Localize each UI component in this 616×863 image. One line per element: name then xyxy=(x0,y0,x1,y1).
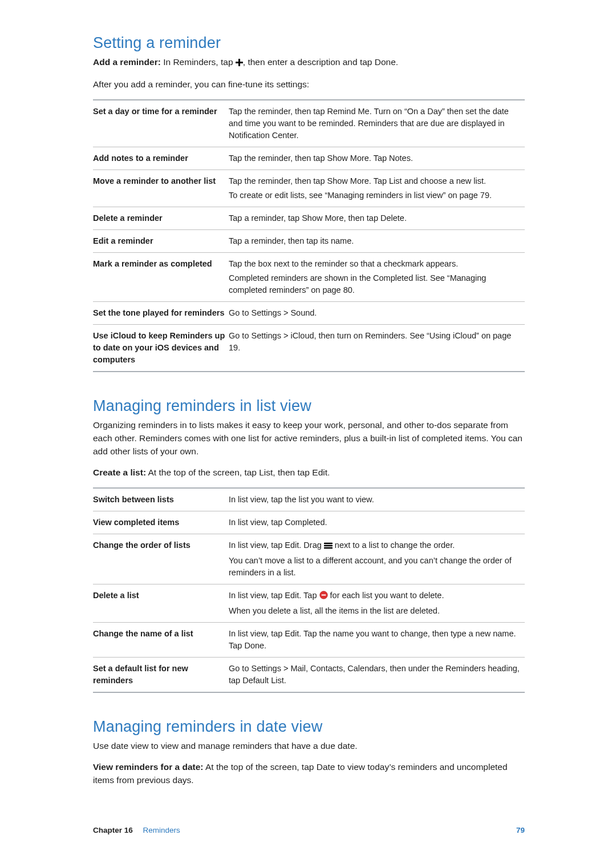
add-reminder-intro: Add a reminder: In Reminders, tap , then… xyxy=(93,55,525,70)
section-setting-reminder: Setting a reminder Add a reminder: In Re… xyxy=(93,34,525,372)
table-row: Delete a reminderTap a reminder, tap Sho… xyxy=(93,207,525,229)
row-label: Edit a reminder xyxy=(93,229,229,252)
row-desc-para: Tap the reminder, then tap Show More. Ta… xyxy=(229,152,521,164)
row-desc: Tap the reminder, then tap Remind Me. Tu… xyxy=(229,100,525,147)
view-for-date-line: View reminders for a date: At the top of… xyxy=(93,760,525,787)
row-desc-para: When you delete a list, all the items in… xyxy=(229,605,521,617)
row-desc-para: Tap the reminder, then tap Remind Me. Tu… xyxy=(229,106,521,142)
row-desc-para: Tap the box next to the reminder so that… xyxy=(229,258,521,270)
row-label: Set the tone played for reminders xyxy=(93,301,229,324)
create-list-line: Create a list: At the top of the screen,… xyxy=(93,466,525,479)
list-view-intro: Organizing reminders in to lists makes i… xyxy=(93,418,525,458)
date-view-intro: Use date view to view and manage reminde… xyxy=(93,739,525,752)
row-desc-para: In list view, tap Completed. xyxy=(229,517,521,529)
row-desc-para: To create or edit lists, see “Managing r… xyxy=(229,189,521,201)
row-desc: In list view, tap Edit. Drag next to a l… xyxy=(229,534,525,584)
page-number: 79 xyxy=(516,826,525,834)
delete-minus-icon xyxy=(319,591,328,603)
row-desc-para: Completed reminders are shown in the Com… xyxy=(229,272,521,296)
view-for-date-bold: View reminders for a date: xyxy=(93,762,204,772)
row-desc-para: In list view, tap Edit. Tap the name you… xyxy=(229,628,521,652)
table-row: Change the name of a listIn list view, t… xyxy=(93,622,525,657)
row-desc: Tap the box next to the reminder so that… xyxy=(229,252,525,301)
row-desc-para: Tap a reminder, tap Show More, then tap … xyxy=(229,212,521,224)
row-desc: Tap a reminder, tap Show More, then tap … xyxy=(229,207,525,229)
table-row: Use iCloud to keep Reminders up to date … xyxy=(93,324,525,372)
table-row: Edit a reminderTap a reminder, then tap … xyxy=(93,229,525,252)
row-label: Delete a reminder xyxy=(93,207,229,229)
row-desc-para: Go to Settings > Sound. xyxy=(229,307,521,319)
drag-handle-icon xyxy=(324,541,333,553)
row-desc-para: In list view, tap Edit. Tap for each lis… xyxy=(229,590,521,603)
row-desc-para: In list view, tap the list you want to v… xyxy=(229,494,521,506)
settings-table-2: Switch between listsIn list view, tap th… xyxy=(93,487,525,693)
row-desc-para: Tap the reminder, then tap Show More. Ta… xyxy=(229,175,521,187)
footer-left: Chapter 16 Reminders xyxy=(93,826,180,834)
create-list-bold: Create a list: xyxy=(93,467,146,477)
plus-icon xyxy=(236,57,243,70)
table-row: Change the order of listsIn list view, t… xyxy=(93,534,525,584)
row-desc: Go to Settings > iCloud, then turn on Re… xyxy=(229,324,525,372)
heading-list-view: Managing reminders in list view xyxy=(93,397,525,415)
heading-setting-reminder: Setting a reminder xyxy=(93,34,525,52)
table-row: Set a default list for new remindersGo t… xyxy=(93,657,525,692)
page: Setting a reminder Add a reminder: In Re… xyxy=(0,0,616,863)
after-add-text: After you add a reminder, you can fine-t… xyxy=(93,78,525,91)
row-label: View completed items xyxy=(93,511,229,534)
table-row: Delete a listIn list view, tap Edit. Tap… xyxy=(93,584,525,622)
row-desc: In list view, tap Completed. xyxy=(229,511,525,534)
table-row: Add notes to a reminderTap the reminder,… xyxy=(93,147,525,170)
table-row: Move a reminder to another listTap the r… xyxy=(93,170,525,207)
row-desc: Go to Settings > Sound. xyxy=(229,301,525,324)
chapter-title: Reminders xyxy=(143,826,180,834)
row-label: Add notes to a reminder xyxy=(93,147,229,170)
add-reminder-bold: Add a reminder: xyxy=(93,57,161,67)
chapter-label: Chapter 16 xyxy=(93,826,133,834)
row-label: Change the order of lists xyxy=(93,534,229,584)
settings-table-1: Set a day or time for a reminderTap the … xyxy=(93,99,525,372)
table-row: Set a day or time for a reminderTap the … xyxy=(93,100,525,147)
table-row: View completed itemsIn list view, tap Co… xyxy=(93,511,525,534)
row-desc-para: In list view, tap Edit. Drag next to a l… xyxy=(229,539,521,553)
section-list-view: Managing reminders in list view Organizi… xyxy=(93,397,525,693)
row-label: Use iCloud to keep Reminders up to date … xyxy=(93,324,229,372)
row-desc-para: Tap a reminder, then tap its name. xyxy=(229,235,521,247)
create-list-rest: At the top of the screen, tap List, then… xyxy=(148,467,330,477)
table-row: Switch between listsIn list view, tap th… xyxy=(93,488,525,511)
section-date-view: Managing reminders in date view Use date… xyxy=(93,718,525,787)
row-label: Mark a reminder as completed xyxy=(93,252,229,301)
row-desc-para: Go to Settings > iCloud, then turn on Re… xyxy=(229,330,521,354)
table-row: Mark a reminder as completedTap the box … xyxy=(93,252,525,301)
row-desc: Tap the reminder, then tap Show More. Ta… xyxy=(229,147,525,170)
add-reminder-text-before: In Reminders, tap xyxy=(163,57,233,67)
row-desc: In list view, tap Edit. Tap for each lis… xyxy=(229,584,525,622)
row-desc: Tap a reminder, then tap its name. xyxy=(229,229,525,252)
add-reminder-text-after: , then enter a description and tap Done. xyxy=(243,57,398,67)
row-label: Change the name of a list xyxy=(93,622,229,657)
row-desc: Go to Settings > Mail, Contacts, Calenda… xyxy=(229,657,525,692)
row-desc: Tap the reminder, then tap Show More. Ta… xyxy=(229,170,525,207)
svg-rect-1 xyxy=(321,594,326,595)
table-row: Set the tone played for remindersGo to S… xyxy=(93,301,525,324)
row-desc-para: You can’t move a list to a different acc… xyxy=(229,555,521,579)
row-label: Switch between lists xyxy=(93,488,229,511)
row-label: Move a reminder to another list xyxy=(93,170,229,207)
page-footer: Chapter 16 Reminders 79 xyxy=(93,826,525,834)
row-label: Set a default list for new reminders xyxy=(93,657,229,692)
row-label: Delete a list xyxy=(93,584,229,622)
row-desc: In list view, tap Edit. Tap the name you… xyxy=(229,622,525,657)
row-desc: In list view, tap the list you want to v… xyxy=(229,488,525,511)
row-desc-para: Go to Settings > Mail, Contacts, Calenda… xyxy=(229,663,521,687)
row-label: Set a day or time for a reminder xyxy=(93,100,229,147)
heading-date-view: Managing reminders in date view xyxy=(93,718,525,736)
